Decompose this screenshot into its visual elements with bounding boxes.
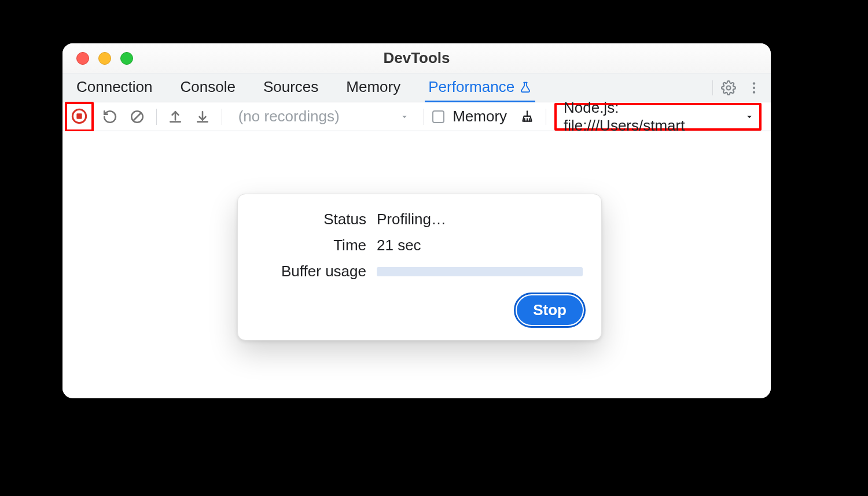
kebab-icon <box>746 80 762 95</box>
time-label: Time <box>256 236 366 254</box>
buffer-label: Buffer usage <box>256 262 366 280</box>
record-stop-icon <box>71 108 87 124</box>
minimize-window-button[interactable] <box>98 52 111 65</box>
window-title: DevTools <box>62 49 771 67</box>
status-label: Status <box>256 210 366 228</box>
target-dropdown[interactable]: Node.js: file:///Users/stmart <box>558 106 758 127</box>
separator <box>424 109 424 125</box>
status-value: Profiling… <box>377 210 583 228</box>
svg-rect-5 <box>76 113 82 119</box>
broom-icon <box>520 109 535 124</box>
download-profile-button[interactable] <box>192 106 214 128</box>
memory-checkbox[interactable] <box>432 110 445 123</box>
zoom-window-button[interactable] <box>120 52 133 65</box>
tab-console[interactable]: Console <box>177 73 239 102</box>
upload-profile-button[interactable] <box>165 106 186 128</box>
recordings-placeholder: (no recordings) <box>238 108 340 125</box>
tab-label: Memory <box>346 78 400 96</box>
tab-memory[interactable]: Memory <box>343 73 404 102</box>
svg-point-3 <box>753 91 755 93</box>
time-value: 21 sec <box>377 236 583 254</box>
highlight-target: Node.js: file:///Users/stmart <box>554 103 762 131</box>
stop-button[interactable]: Stop <box>517 295 583 325</box>
tab-label: Connection <box>76 78 153 96</box>
tab-performance[interactable]: Performance <box>425 73 535 102</box>
separator <box>222 109 222 125</box>
divider <box>712 80 713 95</box>
buffer-usage-bar <box>377 267 583 276</box>
separator <box>156 109 157 125</box>
chevron-down-icon <box>744 112 755 122</box>
record-button[interactable] <box>68 105 90 127</box>
panel-tabs: Connection Console Sources Memory Perfor… <box>62 73 771 102</box>
profiling-status-dialog: Status Profiling… Time 21 sec Buffer usa… <box>237 194 602 340</box>
reload-icon <box>102 109 117 124</box>
close-window-button[interactable] <box>76 52 89 65</box>
svg-line-7 <box>134 113 141 120</box>
target-label: Node.js: file:///Users/stmart <box>564 99 738 135</box>
memory-checkbox-label: Memory <box>453 108 507 125</box>
clear-button[interactable] <box>127 106 148 128</box>
svg-point-1 <box>753 82 755 84</box>
settings-button[interactable] <box>719 78 738 98</box>
gear-icon <box>721 80 736 95</box>
separator <box>546 109 546 125</box>
tab-label: Console <box>181 78 236 96</box>
svg-point-2 <box>753 86 755 88</box>
performance-panel-body: Status Profiling… Time 21 sec Buffer usa… <box>62 131 771 397</box>
svg-point-0 <box>727 86 731 90</box>
flask-icon <box>519 81 532 94</box>
tab-sources[interactable]: Sources <box>260 73 322 102</box>
tab-label: Performance <box>428 78 514 96</box>
recordings-dropdown[interactable]: (no recordings) <box>230 106 415 127</box>
download-icon <box>195 109 210 124</box>
window-controls <box>76 52 133 65</box>
chevron-down-icon <box>399 112 410 122</box>
reload-button[interactable] <box>100 106 121 128</box>
upload-icon <box>168 109 183 124</box>
devtools-window: DevTools Connection Console Sources Memo… <box>62 43 771 398</box>
cancel-icon <box>130 109 145 124</box>
tab-connection[interactable]: Connection <box>73 73 156 102</box>
collect-garbage-button[interactable] <box>516 106 538 128</box>
highlight-record <box>65 102 94 132</box>
titlebar: DevTools <box>62 43 771 73</box>
performance-toolbar: (no recordings) Memory Node.js: file:///… <box>62 102 771 131</box>
more-menu-button[interactable] <box>744 78 764 98</box>
tab-label: Sources <box>263 78 318 96</box>
